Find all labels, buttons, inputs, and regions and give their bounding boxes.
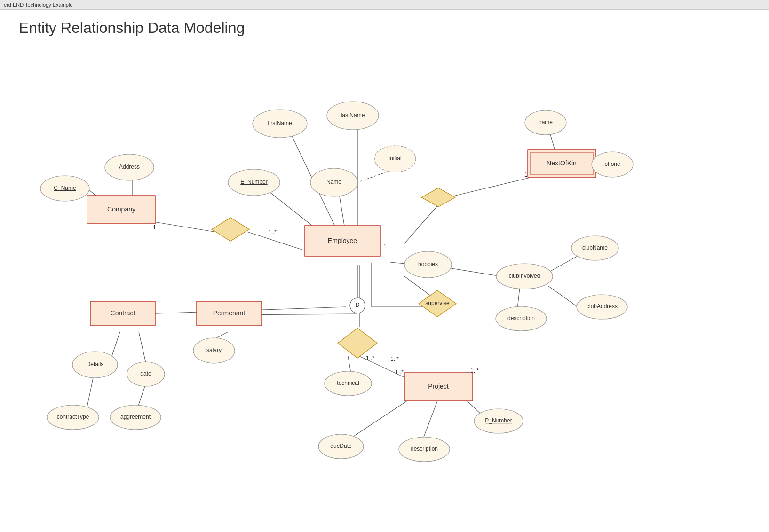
e-number-label: E_Number	[240, 179, 267, 185]
club-name-label: clubName	[582, 244, 608, 251]
employee-label: Employee	[328, 237, 357, 244]
svg-line-14	[550, 134, 555, 150]
contract-type-label: contractType	[57, 414, 89, 420]
svg-text:1..*: 1..*	[395, 369, 404, 376]
svg-line-20	[517, 288, 520, 308]
svg-line-0	[148, 221, 214, 232]
initial-label: initial	[388, 155, 401, 162]
employee-card-right: 1	[383, 243, 387, 250]
phone-label: phone	[604, 161, 620, 167]
svg-line-19	[548, 286, 578, 307]
contract-label: Contract	[111, 309, 135, 317]
salary-label: salary	[206, 347, 222, 353]
name-label: Name	[326, 179, 341, 185]
club-address-label: clubAddress	[587, 303, 618, 310]
supervise-label: supervise	[425, 300, 450, 306]
svg-line-30	[138, 386, 145, 407]
svg-line-29	[139, 332, 146, 363]
project-label: Project	[428, 383, 449, 390]
svg-line-5	[452, 177, 534, 196]
details-label: Details	[87, 361, 104, 368]
main-container: Entity Relationship Data Modeling 1 1..*…	[0, 10, 769, 532]
diagram-area: 1 1..* 1	[19, 46, 750, 525]
svg-text:1..*: 1..*	[268, 229, 277, 235]
svg-line-4	[404, 206, 437, 243]
works-on-card: 1..*	[366, 355, 374, 361]
project-card1: 1..*	[470, 368, 479, 374]
firstname-label: firstName	[268, 120, 292, 126]
works-for-diamond	[212, 218, 249, 241]
club-involved-label: clubInvolved	[509, 273, 540, 279]
disjoint-d-label: D	[356, 302, 360, 308]
aggreement-label: aggreement	[120, 414, 151, 420]
lastname-label: lastName	[341, 112, 365, 118]
svg-line-38	[423, 401, 437, 438]
svg-text:1..*: 1..*	[390, 356, 399, 362]
page-title: Entity Relationship Data Modeling	[19, 19, 750, 37]
nextofkin-label: NextOfKin	[547, 159, 577, 167]
has-nok-diamond	[421, 188, 455, 207]
tab-label: erd ERD Technology Example	[4, 2, 73, 8]
erd-diagram: 1 1..* 1	[19, 46, 750, 525]
svg-line-28	[87, 378, 93, 407]
svg-line-9	[357, 171, 390, 182]
permenant-label: Permenant	[213, 309, 246, 317]
svg-text:1: 1	[153, 224, 156, 231]
address-label: Address	[119, 164, 140, 170]
company-label: Company	[107, 205, 135, 213]
c-name-label: C_Name	[54, 185, 76, 191]
works-on-diamond	[338, 328, 377, 358]
description-proj-label: description	[411, 446, 438, 452]
nok-name-label: name	[539, 119, 553, 125]
technical-label: technical	[337, 380, 359, 386]
svg-text:1: 1	[524, 172, 528, 178]
p-number-label: P_Number	[485, 417, 512, 424]
date-label: date	[140, 370, 151, 377]
due-date-label: dueDate	[330, 443, 352, 449]
svg-line-37	[348, 399, 409, 440]
description-emp-label: description	[507, 315, 535, 321]
tab-bar: erd ERD Technology Example	[0, 0, 769, 10]
hobbies-label: hobbies	[418, 261, 438, 267]
